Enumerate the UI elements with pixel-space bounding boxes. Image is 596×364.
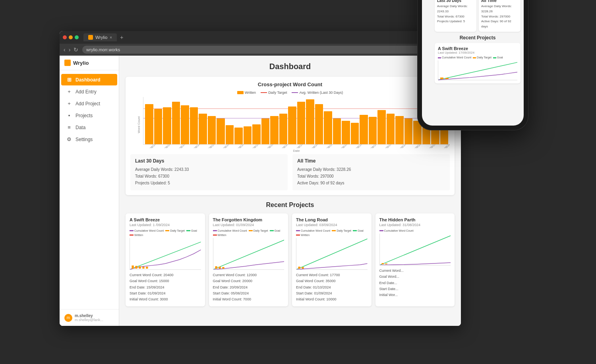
project-legend-swift: Cumulative Word Count Daily Target Goal …: [130, 229, 201, 236]
last-30-days-box: Last 30 Days Average Daily Words: 2243.3…: [130, 154, 288, 190]
bar-item: [226, 97, 234, 144]
sidebar-item-settings[interactable]: ⚙ Settings: [61, 134, 117, 145]
x-label: 05/09/2024: [441, 145, 450, 148]
svg-rect-17: [440, 77, 443, 79]
svg-rect-5: [146, 267, 148, 269]
x-label: 02/09/2024: [397, 145, 409, 148]
phone-last-30-title: Last 30 Days: [437, 0, 474, 3]
project-legend-forgotten: Cumulative Word Count Daily Target Goal …: [213, 229, 284, 236]
dot-red: [63, 35, 67, 39]
svg-rect-4: [142, 267, 144, 269]
legend-avg-written: Avg. Written (Last 30 Days): [292, 91, 343, 95]
x-label: 25/08/2024: [279, 145, 291, 148]
project-legend-hidden: Cumulative Word Count: [379, 229, 451, 232]
username: m.shelley: [75, 314, 103, 318]
tab-close-button[interactable]: ×: [110, 35, 112, 40]
x-label: 26/08/2024: [294, 145, 306, 148]
back-button[interactable]: ‹: [63, 46, 66, 53]
project-stats-forgotten: Current Word Count: 12000 Goal Word Coun…: [213, 272, 284, 302]
dot-yellow: [69, 35, 73, 39]
bar-item: [297, 97, 306, 144]
svg-line-13: [380, 236, 451, 265]
phone-project-card: A Swift Breeze Last Updated: 17/09/2024 …: [435, 43, 521, 83]
bar-item: [404, 97, 413, 144]
bar-item: [369, 97, 377, 144]
word-count-card: Cross-project Word Count Written Daily T…: [126, 77, 455, 195]
x-label: 04/09/2024: [426, 145, 438, 148]
last-30-days-title: Last 30 Days: [135, 158, 283, 164]
y-axis-label: Word Count: [137, 116, 141, 134]
phone-project-title: A Swift Breeze: [438, 46, 517, 51]
phone-project-legend: Cumulative Word Count Daily Target Goal: [438, 56, 517, 59]
x-label: 31/08/2024: [368, 145, 379, 148]
all-time-active: Active Days: 90 of 92 days: [297, 180, 445, 186]
sidebar-item-add-project[interactable]: + Add Project: [61, 98, 117, 109]
project-card-forgotten-kingdom: The Forgotten Kingdom Last Updated: 01/0…: [209, 213, 288, 306]
bar-item: [342, 97, 350, 144]
project-title-long-road: The Long Road: [296, 217, 368, 222]
phone-last-30-stats: Average Daily Words: 2243.33 Total Words…: [437, 4, 474, 24]
sidebar-label-data: Data: [75, 125, 85, 130]
add-project-icon: +: [66, 101, 72, 106]
address-bar[interactable]: wrylio.morr.works: [82, 46, 435, 54]
phone-all-time-title: All Time: [481, 0, 518, 3]
sidebar-label-add-project: Add Project: [75, 101, 100, 106]
project-subtitle-swift: Last Updated: 1 /09/2024: [130, 223, 201, 227]
browser-tab[interactable]: Wrylio ×: [83, 33, 117, 41]
new-tab-button[interactable]: +: [120, 34, 123, 41]
svg-rect-9: [222, 267, 224, 269]
project-card-long-road: The Long Road Last Updated: 03/09/2024 C…: [292, 213, 372, 306]
x-label: 01/09/2024: [382, 145, 394, 148]
svg-rect-3: [139, 266, 141, 269]
project-card-hidden-parth: The Hidden Parth Last Updated: 31/08/202…: [375, 213, 455, 306]
project-stats-hidden: Current Word... Goal Word... End Date...…: [379, 268, 451, 298]
reload-button[interactable]: ↻: [73, 46, 79, 53]
svg-line-0: [130, 242, 201, 269]
word-count-title: Cross-project Word Count: [130, 81, 450, 87]
project-subtitle-hidden: Last Updated: 31/08/2024: [379, 223, 451, 227]
bar-item: [306, 97, 314, 144]
svg-rect-7: [215, 266, 217, 269]
sidebar: Wrylio ⊞ Dashboard + Add Entry + Add Pro…: [60, 56, 119, 326]
sidebar-item-projects[interactable]: ▪ Projects: [61, 110, 117, 121]
bar-item: [145, 97, 153, 144]
svg-rect-12: [302, 267, 304, 269]
dashboard-icon: ⊞: [66, 77, 72, 83]
chart-wrap: Word Count 19/08/202417/08/202409/08/202…: [130, 97, 450, 153]
sidebar-item-data[interactable]: ≡ Data: [61, 122, 117, 133]
browser-toolbar: ‹ › ↻ wrylio.morr.works ☆ 👤 ⋮: [60, 44, 461, 56]
forward-button[interactable]: ›: [68, 46, 72, 53]
browser-titlebar: Wrylio × + — □ ×: [60, 31, 461, 44]
legend-written: Written: [237, 91, 256, 95]
phone-recent-projects-title: Recent Projects: [435, 35, 521, 41]
logo-text: Wrylio: [73, 60, 89, 66]
tab-favicon: [88, 35, 93, 40]
app-logo: Wrylio: [60, 56, 119, 70]
bar-item: [163, 97, 171, 144]
x-label: 20/08/2024: [205, 145, 217, 148]
bar-item: [208, 97, 216, 144]
x-label: 09/08/2024: [235, 145, 247, 148]
project-chart-hidden: [379, 234, 451, 265]
x-label: 27/08/2024: [309, 145, 321, 148]
last-30-total: Total Words: 67300: [135, 173, 283, 180]
sidebar-item-dashboard[interactable]: ⊞ Dashboard: [61, 74, 117, 85]
sidebar-user: m m.shelley m.shelley@fank...: [60, 309, 119, 326]
bar-item: [270, 97, 279, 144]
stats-row: Last 30 Days Average Daily Words: 2243.3…: [130, 154, 450, 190]
phone-all-time-box: All Time Average Daily Words: 3228.26 To…: [479, 0, 521, 32]
recent-projects-section: Recent Projects A Swift Breeze Last Upda…: [126, 201, 455, 306]
last-30-projects: Projects Updated: 5: [135, 180, 283, 186]
svg-rect-15: [385, 263, 387, 264]
x-axis: 19/08/202417/08/202409/08/202418/08/2024…: [143, 145, 450, 148]
recent-projects-title: Recent Projects: [126, 201, 455, 209]
sidebar-item-add-entry[interactable]: + Add Entry: [61, 86, 117, 97]
svg-rect-8: [219, 267, 221, 269]
x-label: 24/08/2024: [265, 145, 277, 148]
bar-item: [234, 97, 243, 144]
all-time-total: Total Words: 297000: [297, 173, 445, 180]
svg-rect-2: [135, 266, 137, 269]
url-text: wrylio.morr.works: [86, 47, 120, 52]
browser-dots: [63, 35, 79, 39]
app-container: Wrylio ⊞ Dashboard + Add Entry + Add Pro…: [60, 56, 461, 326]
